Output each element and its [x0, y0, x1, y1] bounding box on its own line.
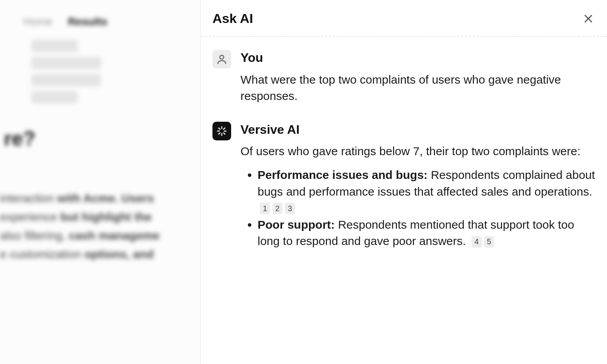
- ai-bullet-list: Performance issues and bugs: Respondents…: [240, 167, 595, 250]
- tab-results: Results: [68, 16, 107, 28]
- list-item: Poor support: Respondents mentioned that…: [258, 217, 595, 250]
- user-name-label: You: [240, 50, 595, 66]
- user-avatar: [212, 50, 231, 68]
- background-title: re?: [4, 127, 200, 150]
- conversation-thread: You What were the top two complaints of …: [201, 37, 607, 267]
- citation-badge[interactable]: 2: [272, 203, 282, 214]
- background-tabs: Home Results: [23, 16, 200, 28]
- svg-line-9: [219, 133, 220, 134]
- ai-name-label: Versive AI: [240, 122, 595, 138]
- citation-badge[interactable]: 4: [472, 236, 482, 248]
- close-icon: [583, 13, 594, 24]
- tab-home: Home: [23, 16, 53, 28]
- bullet-bold: Poor support:: [258, 218, 335, 231]
- user-message-text: What were the top two complaints of user…: [240, 72, 595, 105]
- svg-line-8: [224, 133, 225, 134]
- citation-badge[interactable]: 3: [285, 203, 295, 214]
- panel-header: Ask AI: [201, 0, 607, 37]
- close-button[interactable]: [582, 12, 595, 25]
- svg-line-7: [219, 128, 220, 130]
- svg-point-2: [220, 55, 224, 59]
- ai-message: Versive AI Of users who gave ratings bel…: [212, 122, 595, 250]
- ai-avatar: [212, 122, 231, 140]
- ask-ai-panel: Ask AI You What were the top two complai…: [200, 0, 607, 364]
- svg-line-10: [224, 128, 225, 130]
- user-icon: [216, 53, 228, 65]
- background-content: Home Results re? interaction with Acme. …: [0, 0, 200, 364]
- panel-title: Ask AI: [212, 11, 253, 26]
- versive-logo-icon: [216, 125, 228, 137]
- ai-message-intro: Of users who gave ratings below 7, their…: [240, 143, 595, 160]
- citation-badge[interactable]: 1: [260, 203, 270, 214]
- citation-badge[interactable]: 5: [484, 236, 494, 248]
- user-message: You What were the top two complaints of …: [212, 50, 595, 105]
- bullet-bold: Performance issues and bugs:: [258, 168, 428, 181]
- list-item: Performance issues and bugs: Respondents…: [258, 167, 595, 217]
